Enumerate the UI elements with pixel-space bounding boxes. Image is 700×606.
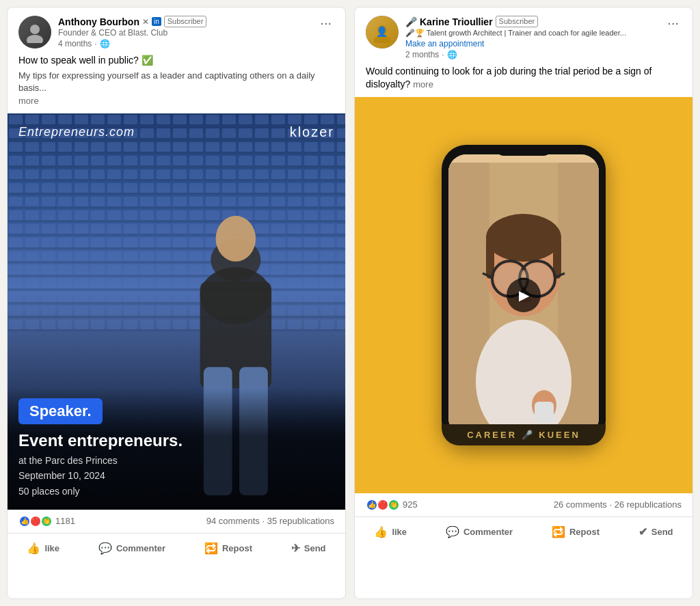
left-author-info: Anthony Bourbon ✕ in Subscriber Founder …: [58, 16, 310, 49]
left-post-actions: 👍 like 💬 Commenter 🔁 Repost ✈ Send: [8, 534, 345, 563]
right-globe-icon: 🌐: [447, 50, 457, 59]
left-repub-count: 35 republications: [267, 516, 334, 526]
right-repost-label: Repost: [569, 527, 600, 537]
right-more-options[interactable]: ···: [664, 16, 682, 29]
right-author-subtitle: 🎤🏆 Talent growth Architect | Trainer and…: [405, 28, 651, 38]
left-post-stats: 👍 ❤️ 👏 1181 94 comments · 35 republicati…: [8, 510, 345, 534]
left-stats-count: 1181: [55, 516, 75, 526]
left-repost-label: Repost: [222, 543, 252, 553]
right-author-name[interactable]: Karine Trioullier: [420, 16, 493, 27]
svg-rect-30: [535, 402, 554, 422]
left-author-x-icon: ✕: [142, 17, 149, 27]
left-checkmark-icon: ✅: [142, 55, 153, 66]
right-comments-count: 26 comments: [554, 499, 607, 510]
right-post-time: 2 months: [405, 50, 439, 59]
left-more-options[interactable]: ···: [317, 16, 334, 29]
left-send-button[interactable]: ✈ Send: [283, 536, 334, 560]
left-author-name[interactable]: Anthony Bourbon: [58, 16, 139, 27]
event-spots: 50 places only: [18, 484, 334, 499]
left-comments-count: 94 comments: [206, 516, 260, 526]
svg-text:👤: 👤: [376, 26, 388, 38]
phone-video-content: ▶: [448, 154, 599, 436]
left-reaction-icons: 👍 ❤️ 👏: [18, 515, 53, 527]
event-location: at the Parc des Princes: [18, 453, 334, 468]
left-repost-icon: 🔁: [204, 542, 218, 555]
right-post-more-link[interactable]: more: [413, 79, 433, 89]
right-send-label: Send: [651, 527, 673, 537]
left-post-image: Entrepreneurs.com klozer Speaker. Event …: [8, 113, 345, 510]
left-comment-label: Commenter: [116, 543, 165, 553]
left-author-subtitle: Founder & CEO at Blast. Club: [58, 28, 310, 38]
phone-frame: ▶ CAREER 🎤 KUEEN: [442, 145, 606, 445]
left-author-avatar[interactable]: [18, 16, 51, 49]
left-post-text: How to speak well in public? ✅ My tips f…: [8, 54, 345, 113]
left-comment-icon: 💬: [98, 542, 112, 555]
right-like-action-icon: 👍: [374, 525, 388, 538]
play-button[interactable]: ▶: [507, 278, 541, 312]
left-post-dot: ·: [94, 39, 96, 49]
left-stats-dot: ·: [262, 516, 267, 526]
right-repost-button[interactable]: 🔁 Repost: [543, 520, 608, 544]
right-reaction-icons: 👍 ❤️ 👏: [366, 499, 400, 511]
right-subscriber-badge: Subscriber: [496, 16, 539, 27]
left-like-button[interactable]: 👍 like: [18, 536, 68, 560]
left-post-time: 4 months: [58, 39, 92, 49]
right-repub-count: 26 republications: [615, 499, 682, 510]
left-like-label: like: [44, 543, 59, 553]
right-post-dot: ·: [442, 50, 444, 59]
right-post-actions: 👍 like 💬 Commenter 🔁 Repost ✔ Send: [355, 517, 692, 547]
left-globe-icon: 🌐: [100, 39, 110, 49]
left-post-more[interactable]: more: [18, 96, 39, 106]
right-comment-label: Commenter: [463, 527, 513, 537]
left-subscriber-badge: Subscriber: [164, 16, 207, 27]
klozer-logo: klozer: [290, 124, 334, 140]
right-post-text: Would continuing to look for a job durin…: [355, 65, 692, 97]
right-post-image: ▶ CAREER 🎤 KUEEN: [355, 97, 692, 493]
right-stats-count: 925: [403, 499, 418, 510]
left-stats-right: 94 comments · 35 republications: [206, 516, 334, 526]
right-repost-icon: 🔁: [552, 525, 565, 538]
left-author-linkedin-icon: in: [152, 17, 161, 26]
right-author-info: 🎤 Karine Trioullier Subscriber 🎤🏆 Talent…: [405, 16, 658, 59]
event-title: Event entrepreneurs.: [18, 431, 334, 450]
right-stats-right: 26 comments · 26 republications: [554, 499, 682, 510]
left-post-subtitle: My tips for expressing yourself as a lea…: [18, 70, 334, 94]
phone-screen: ▶: [448, 154, 599, 436]
right-stats-dot: ·: [609, 499, 614, 510]
right-like-button[interactable]: 👍 like: [366, 520, 415, 544]
left-send-label: Send: [304, 543, 326, 553]
left-send-icon: ✈: [291, 542, 300, 555]
left-post-card: Anthony Bourbon ✕ in Subscriber Founder …: [7, 7, 346, 599]
right-post-content: Would continuing to look for a job durin…: [366, 66, 651, 90]
left-repost-button[interactable]: 🔁 Repost: [196, 536, 260, 560]
right-post-header: 👤 🎤 Karine Trioullier Subscriber 🎤🏆 Tale…: [355, 8, 692, 65]
svg-point-10: [215, 216, 255, 262]
event-date: September 10, 2024: [18, 468, 334, 483]
left-post-title: How to speak well in public?: [18, 55, 139, 66]
left-overlay-logos: Entrepreneurs.com klozer: [18, 124, 334, 140]
left-clap-icon: 👏: [40, 515, 53, 527]
right-author-avatar[interactable]: 👤: [366, 16, 399, 49]
right-like-label: like: [392, 527, 407, 537]
left-like-action-icon: 👍: [27, 542, 40, 555]
right-mic-icon: 🎤: [405, 16, 417, 27]
left-post-header: Anthony Bourbon ✕ in Subscriber Founder …: [8, 8, 345, 54]
right-make-appointment[interactable]: Make an appointment: [405, 39, 658, 49]
right-send-button[interactable]: ✔ Send: [630, 520, 682, 544]
career-banner: CAREER 🎤 KUEEN: [442, 424, 606, 445]
right-post-meta: 2 months · 🌐: [405, 50, 658, 59]
right-send-icon: ✔: [638, 525, 647, 538]
svg-point-0: [30, 25, 40, 34]
right-comment-icon: 💬: [446, 525, 459, 538]
speaker-badge: Speaker.: [18, 398, 103, 424]
left-comment-button[interactable]: 💬 Commenter: [90, 536, 174, 560]
svg-point-1: [27, 35, 43, 43]
right-clap-icon: 👏: [388, 499, 400, 511]
right-comment-button[interactable]: 💬 Commenter: [438, 520, 521, 544]
left-overlay-content: Speaker. Event entrepreneurs. at the Par…: [8, 387, 345, 510]
phone-notch: [496, 149, 551, 156]
right-post-stats: 👍 ❤️ 👏 925 26 comments · 26 republicatio…: [355, 493, 692, 517]
svg-point-18: [486, 214, 561, 262]
right-post-card: 👤 🎤 Karine Trioullier Subscriber 🎤🏆 Tale…: [354, 7, 693, 599]
entrepreneurs-logo: Entrepreneurs.com: [18, 125, 135, 139]
